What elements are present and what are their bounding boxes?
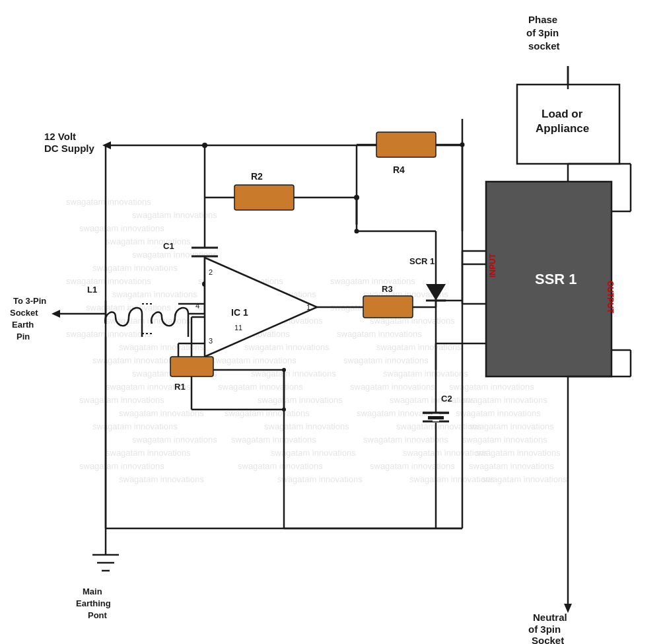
svg-marker-63 (102, 141, 111, 149)
input-label: INPUT (488, 253, 497, 277)
svg-text:swagatam innovations: swagatam innovations (218, 382, 303, 392)
svg-text:swagatam innovations: swagatam innovations (79, 461, 164, 471)
svg-text:swagatam innovations: swagatam innovations (66, 329, 151, 339)
svg-marker-104 (52, 310, 60, 318)
svg-text:swagatam innovations: swagatam innovations (462, 395, 547, 405)
label-c2: C2 (441, 394, 452, 404)
svg-text:swagatam innovations: swagatam innovations (106, 448, 191, 458)
svg-text:swagatam innovations: swagatam innovations (238, 461, 323, 471)
circuit-diagram: swagatam innovations swagatam innovation… (0, 0, 665, 644)
svg-point-122 (282, 408, 286, 411)
r1-resistor (170, 357, 213, 376)
svg-point-93 (202, 143, 207, 148)
svg-text:Socket: Socket (10, 308, 38, 318)
svg-text:swagatam innovations: swagatam innovations (86, 303, 171, 312)
label-12v: 12 Volt (44, 131, 76, 142)
svg-text:swagatam innovations: swagatam innovations (132, 435, 217, 445)
svg-text:swagatam innovations: swagatam innovations (66, 276, 151, 286)
svg-text:swagatam innovations: swagatam innovations (112, 289, 197, 299)
label-r4: R4 (393, 164, 405, 175)
label-neutral: Neutral (533, 612, 567, 623)
svg-text:swagatam innovations: swagatam innovations (337, 329, 422, 339)
svg-text:swagatam innovations: swagatam innovations (469, 421, 554, 431)
label-r2: R2 (251, 171, 263, 182)
label-earthing: Main (83, 587, 102, 596)
svg-text:swagatam innovations: swagatam innovations (258, 395, 343, 405)
svg-text:swagatam innovations: swagatam innovations (119, 474, 204, 484)
svg-text:Appliance: Appliance (536, 122, 589, 135)
svg-text:swagatam innovations: swagatam innovations (277, 474, 363, 484)
svg-text:swagatam innovations: swagatam innovations (456, 408, 541, 418)
svg-text:swagatam innovations: swagatam innovations (350, 382, 435, 392)
svg-text:Socket: Socket (532, 635, 564, 644)
svg-text:Earthing: Earthing (76, 598, 111, 608)
pin3-label: 3 (209, 337, 213, 345)
label-scr1: SCR 1 (409, 256, 435, 266)
svg-text:of 3pin: of 3pin (528, 624, 561, 635)
output-label: OUTPUT (606, 281, 615, 314)
svg-text:of 3pin: of 3pin (526, 27, 559, 38)
label-r3: R3 (382, 284, 393, 294)
svg-text:swagatam innovations: swagatam innovations (66, 197, 151, 207)
svg-text:Pin: Pin (17, 332, 30, 341)
svg-text:swagatam innovations: swagatam innovations (264, 421, 349, 431)
label-load: Load or (542, 108, 583, 120)
r3-resistor (363, 296, 413, 318)
pin2-label: 2 (209, 268, 213, 276)
svg-text:swagatam innovations: swagatam innovations (231, 435, 316, 445)
svg-text:swagatam innovations: swagatam innovations (79, 395, 164, 405)
label-l1: L1 (87, 285, 97, 295)
svg-text:swagatam innovations: swagatam innovations (211, 355, 297, 365)
svg-text:swagatam innovations: swagatam innovations (475, 448, 561, 458)
svg-text:swagatam innovations: swagatam innovations (462, 435, 547, 445)
label-3pin: To 3-Pin (13, 296, 46, 306)
svg-text:swagatam innovations: swagatam innovations (469, 461, 554, 471)
svg-text:swagatam innovations: swagatam innovations (106, 236, 191, 246)
svg-text:swagatam innovations: swagatam innovations (383, 369, 468, 378)
svg-point-140 (460, 143, 465, 147)
svg-text:swagatam innovations: swagatam innovations (330, 276, 415, 286)
svg-text:swagatam innovations: swagatam innovations (119, 408, 204, 418)
label-phase: Phase (528, 14, 557, 25)
svg-text:swagatam innovations: swagatam innovations (370, 461, 455, 471)
pin1-label: 1 (306, 303, 310, 311)
r2-resistor (234, 185, 294, 210)
svg-text:swagatam innovations: swagatam innovations (482, 474, 567, 484)
label-c1: C1 (163, 241, 174, 251)
svg-text:swagatam innovations: swagatam innovations (343, 355, 429, 365)
r4-resistor (376, 132, 436, 157)
ssr-label: SSR 1 (535, 271, 577, 287)
svg-point-132 (355, 229, 359, 234)
pin11-label: 11 (234, 324, 242, 332)
svg-point-123 (282, 368, 286, 372)
svg-text:DC Supply: DC Supply (44, 143, 94, 154)
svg-text:socket: socket (528, 40, 560, 52)
label-r1: R1 (174, 382, 186, 392)
svg-text:Earth: Earth (12, 320, 34, 330)
svg-text:Pont: Pont (88, 610, 108, 620)
label-ic1: IC 1 (231, 307, 248, 318)
svg-text:swagatam innovations: swagatam innovations (79, 223, 164, 233)
svg-rect-146 (428, 416, 444, 419)
svg-text:swagatam innovations: swagatam innovations (244, 342, 330, 352)
